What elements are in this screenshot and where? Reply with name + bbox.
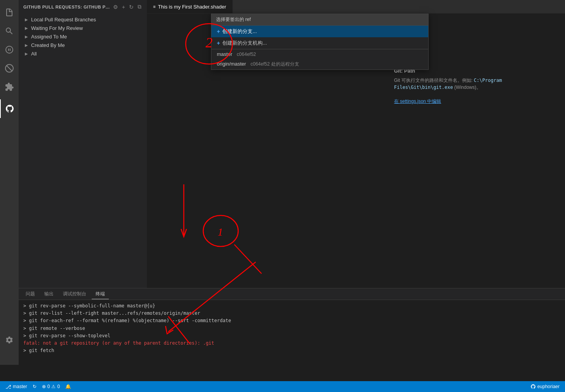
chevron-icon: ▶ — [23, 42, 30, 48]
dropdown-panel: 选择要签出的 ref + 创建新的分支... + 创建新的分支机构... mas… — [211, 14, 429, 70]
dropdown-branch-origin-master[interactable]: origin/master c064ef52 处的远程分支 — [211, 59, 428, 69]
tree-item-local-pr[interactable]: ▶ Local Pull Request Branches — [19, 15, 147, 24]
git-path-desc: Git 可执行文件的路径和文件名。例如: C:\Program Files\Gi… — [394, 77, 557, 105]
gear-header-icon[interactable]: ⚙ — [112, 3, 119, 11]
dropdown-branch-master[interactable]: master c064ef52 — [211, 49, 428, 59]
terminal-line-5: > git rev-parse --show-toplevel — [23, 332, 560, 340]
panel-content: > git rev-parse --symbolic-full-name mas… — [19, 300, 565, 381]
tab-debug-console[interactable]: 调试控制台 — [59, 289, 90, 299]
git-path-platform: (Windows)。 — [454, 85, 481, 90]
tree-item-label: Assigned To Me — [31, 34, 144, 40]
status-bell[interactable]: 🔔 — [63, 381, 73, 392]
dropdown-header: 选择要签出的 ref — [211, 14, 428, 26]
branch-name-label: origin/master c064ef52 处的远程分支 — [217, 61, 299, 68]
dropdown-item-label: 创建新的分支... — [222, 28, 257, 35]
search-icon[interactable] — [0, 22, 19, 40]
dropdown-item-label: 创建新的分支机构... — [222, 40, 267, 47]
activity-bar — [0, 0, 19, 365]
svg-point-5 — [203, 215, 238, 246]
tree-item-all[interactable]: ▶ All — [19, 49, 147, 58]
file-icon: ≡ — [153, 4, 155, 9]
status-errors[interactable]: ⊗ 0 ⚠ 0 — [40, 381, 62, 392]
status-github[interactable]: euphoriaer — [528, 381, 562, 392]
git-settings-link[interactable]: 在 settings.json 中编辑 — [394, 99, 441, 104]
terminal-line-6: > git fetch — [23, 347, 560, 354]
github-username: euphoriaer — [537, 384, 560, 389]
svg-line-7 — [234, 245, 262, 274]
refresh-header-icon[interactable]: ↻ — [128, 3, 134, 11]
files-icon[interactable] — [0, 3, 19, 22]
warning-count: 0 — [57, 384, 60, 389]
git-path-description: Git 可执行文件的路径和文件名。例如: — [394, 78, 473, 83]
dropdown-create-branch-structure[interactable]: + 创建新的分支机构... — [211, 37, 428, 49]
tree-item-created-by-me[interactable]: ▶ Created By Me — [19, 41, 147, 49]
no-entry-icon[interactable] — [0, 59, 19, 78]
terminal-line-1: > git rev-parse --symbolic-full-name mas… — [23, 302, 560, 310]
add-header-icon[interactable]: + — [121, 3, 126, 11]
tree-item-label: All — [31, 51, 144, 57]
status-bar: ⎇ master ↻ ⊗ 0 ⚠ 0 🔔 euphoriaer — [0, 381, 565, 392]
chevron-icon: ▶ — [23, 16, 30, 23]
tab-issues[interactable]: 问题 — [22, 289, 39, 299]
tree-item-label: Local Pull Request Branches — [31, 17, 144, 23]
tab-output[interactable]: 输出 — [40, 289, 58, 299]
plus-icon: + — [217, 28, 220, 35]
terminal-line-2: > git rev-list --left-right master...ref… — [23, 310, 560, 317]
svg-text:1: 1 — [218, 226, 223, 238]
git-source-control-icon[interactable] — [0, 40, 19, 59]
svg-line-1 — [7, 66, 12, 71]
error-icon: ⊗ — [42, 384, 46, 389]
sidebar-header: GITHUB PULL REQUESTS: GITHUB PULL ... ⚙ … — [19, 0, 147, 14]
branch-name-label: master c064ef52 — [217, 51, 256, 57]
github-icon[interactable] — [0, 99, 19, 118]
chevron-icon: ▶ — [23, 33, 30, 40]
github-status-icon — [530, 384, 536, 389]
bell-icon: 🔔 — [65, 384, 71, 389]
settings-icon[interactable] — [0, 331, 19, 349]
terminal-line-error: fatal: not a git repository (or any of t… — [23, 340, 560, 347]
branch-name: master — [13, 384, 27, 389]
sync-icon: ↻ — [33, 384, 37, 389]
terminal-line-4: > git remote --verbose — [23, 325, 560, 332]
tree-item-waiting-review[interactable]: ▶ Waiting For My Review — [19, 24, 147, 32]
sidebar-title: GITHUB PULL REQUESTS: GITHUB PULL ... — [23, 5, 112, 9]
extensions-icon[interactable] — [0, 78, 19, 96]
status-sync[interactable]: ↻ — [30, 381, 39, 392]
dropdown-create-branch[interactable]: + 创建新的分支... — [211, 26, 428, 37]
terminal-line-3: > git for-each-ref --format %(refname) %… — [23, 317, 560, 324]
tab-label: This is my First Shader.shader — [158, 4, 226, 10]
status-branch[interactable]: ⎇ master — [3, 381, 30, 392]
branch-icon: ⎇ — [5, 384, 11, 390]
tab-terminal[interactable]: 终端 — [92, 289, 109, 299]
panel-area: 问题 输出 调试控制台 终端 > git rev-parse --symboli… — [19, 288, 565, 381]
chevron-icon: ▶ — [23, 25, 30, 31]
sidebar-header-icons: ⚙ + ↻ ⧉ — [112, 3, 142, 11]
panel-tabs: 问题 输出 调试控制台 终端 — [19, 288, 565, 300]
tab-bar: ≡ This is my First Shader.shader — [147, 0, 565, 14]
warning-icon: ⚠ — [51, 384, 56, 389]
chevron-icon: ▶ — [23, 50, 30, 57]
tree-item-assigned-to-me[interactable]: ▶ Assigned To Me — [19, 32, 147, 41]
error-count: 0 — [47, 384, 50, 389]
tab-shader[interactable]: ≡ This is my First Shader.shader — [147, 0, 233, 13]
plus-icon: + — [217, 40, 220, 46]
layout-header-icon[interactable]: ⧉ — [137, 3, 142, 11]
tree-item-label: Created By Me — [31, 42, 144, 48]
tree-item-label: Waiting For My Review — [31, 25, 144, 31]
